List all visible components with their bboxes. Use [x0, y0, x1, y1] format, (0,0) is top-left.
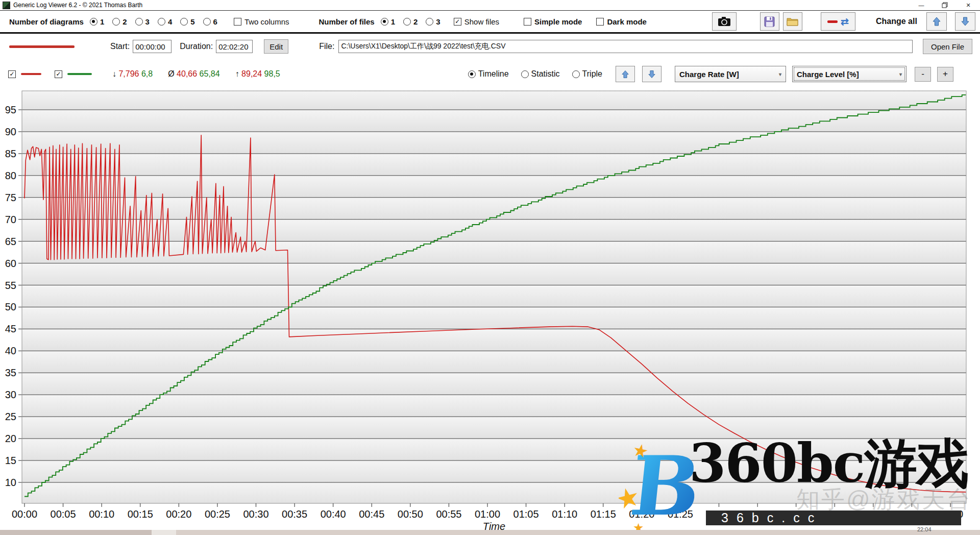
radio-circle[interactable]: [90, 18, 97, 26]
start-label: Start:: [110, 42, 130, 51]
radio-option-1[interactable]: 1: [381, 17, 395, 26]
start-input[interactable]: [133, 40, 172, 53]
radio-circle[interactable]: [135, 18, 143, 26]
arrow-up-icon: [933, 17, 941, 26]
file1-color-line: [9, 45, 75, 48]
radio-label: 1: [100, 17, 104, 26]
y-tick-label: 80: [5, 170, 16, 181]
radio-option-3[interactable]: 3: [135, 17, 150, 26]
x-tick-label: 00:15: [128, 508, 153, 520]
window-controls: — ✕: [910, 0, 980, 10]
radio-circle[interactable]: [381, 18, 388, 26]
plot-band: [22, 154, 966, 176]
plot-band: [22, 329, 966, 351]
plot-band: [22, 198, 966, 220]
watermark-url-bar: 36bc.cc: [706, 510, 961, 525]
minimize-button[interactable]: —: [910, 0, 933, 10]
radio-option-2[interactable]: 2: [112, 17, 127, 26]
x-tick-label: 00:00: [12, 508, 37, 520]
radio-circle[interactable]: [158, 18, 165, 26]
change-all-down-button[interactable]: [955, 12, 975, 31]
bottom-strip-segment: [0, 530, 152, 535]
file-path-input[interactable]: [338, 40, 913, 53]
plot-band: [22, 176, 966, 198]
show-files-box[interactable]: ✓: [454, 18, 461, 26]
x-tick-label: 00:25: [205, 508, 230, 520]
x-tick-label: 01:10: [552, 508, 577, 520]
plot-band: [22, 395, 966, 417]
plot-band: [22, 307, 966, 329]
radio-circle[interactable]: [426, 18, 433, 26]
radio-option-3[interactable]: 3: [426, 17, 440, 26]
y-tick-label: 45: [5, 323, 16, 334]
save-button[interactable]: [760, 12, 779, 31]
radio-label: 5: [190, 17, 194, 26]
app-window: Generic Log Viewer 6.2 - © 2021 Thomas B…: [0, 0, 980, 535]
floppy-disk-icon: [764, 16, 775, 27]
y-tick-label: 70: [5, 214, 16, 225]
diagrams-radio-group: 123456: [90, 17, 217, 26]
bottom-strip: [0, 530, 980, 535]
radio-label: 4: [168, 17, 172, 26]
y-tick-label: 50: [5, 301, 16, 312]
x-tick-label: 00:30: [243, 508, 268, 520]
radio-option-2[interactable]: 2: [403, 17, 418, 26]
x-tick-label: 00:35: [282, 508, 307, 520]
y-tick-label: 40: [5, 345, 16, 356]
change-all-up-button[interactable]: [926, 12, 947, 31]
watermark-url-text: 36bc.cc: [721, 510, 822, 525]
red-dash-icon: [827, 20, 838, 23]
y-tick-label: 10: [5, 477, 16, 488]
x-tick-label: 00:50: [398, 508, 423, 520]
radio-circle[interactable]: [180, 18, 188, 26]
radio-option-6[interactable]: 6: [203, 17, 217, 26]
x-tick-label: 00:10: [89, 508, 114, 520]
watermark-logo: B ★ ★ ★: [619, 438, 700, 535]
clock-text: 22:04: [917, 526, 932, 532]
watermark-big-text: 360bc游戏: [689, 437, 968, 490]
simple-mode-checkbox[interactable]: Simple mode: [524, 17, 582, 26]
radio-circle[interactable]: [112, 18, 120, 26]
open-folder-button[interactable]: [783, 12, 802, 31]
swap-colors-button[interactable]: ⇄: [821, 12, 855, 31]
y-tick-label: 30: [5, 389, 16, 400]
app-icon: [3, 2, 10, 9]
show-files-checkbox[interactable]: ✓ Show files: [454, 17, 499, 26]
show-files-label: Show files: [464, 17, 499, 26]
radio-option-1[interactable]: 1: [90, 17, 104, 26]
x-tick-label: 01:15: [591, 508, 616, 520]
radio-circle[interactable]: [403, 18, 411, 26]
x-tick-label: 00:40: [321, 508, 346, 520]
restore-icon: [942, 2, 948, 8]
bottom-strip-segment: [152, 530, 176, 535]
open-file-button[interactable]: Open File: [923, 39, 972, 54]
y-tick-label: 65: [5, 236, 16, 247]
duration-input[interactable]: [216, 40, 253, 53]
x-tick-label: 01:05: [513, 508, 539, 520]
change-all-label: Change all: [876, 17, 917, 26]
dark-mode-box[interactable]: [596, 18, 604, 26]
radio-circle[interactable]: [203, 18, 211, 26]
duration-label: Duration:: [180, 42, 213, 51]
plot-band: [22, 373, 966, 395]
radio-label: 2: [122, 17, 127, 26]
files-radio-group: 123: [381, 17, 440, 26]
screenshot-button[interactable]: [712, 12, 737, 31]
simple-mode-box[interactable]: [524, 18, 531, 26]
camera-icon: [718, 16, 731, 27]
dark-mode-checkbox[interactable]: Dark mode: [596, 17, 647, 26]
titlebar: Generic Log Viewer 6.2 - © 2021 Thomas B…: [0, 0, 980, 11]
radio-option-5[interactable]: 5: [180, 17, 194, 26]
edit-button[interactable]: Edit: [264, 39, 288, 54]
x-tick-label: 00:55: [436, 508, 461, 520]
radio-option-4[interactable]: 4: [158, 17, 172, 26]
y-tick-label: 75: [5, 192, 16, 203]
simple-mode-label: Simple mode: [534, 17, 582, 26]
two-columns-checkbox[interactable]: Two columns: [234, 17, 289, 26]
close-button[interactable]: ✕: [957, 0, 980, 10]
plot-band: [22, 351, 966, 373]
radio-label: 3: [145, 17, 150, 26]
refresh-arrows-icon: ⇄: [841, 16, 849, 28]
two-columns-box[interactable]: [234, 18, 241, 26]
restore-button[interactable]: [933, 0, 957, 10]
